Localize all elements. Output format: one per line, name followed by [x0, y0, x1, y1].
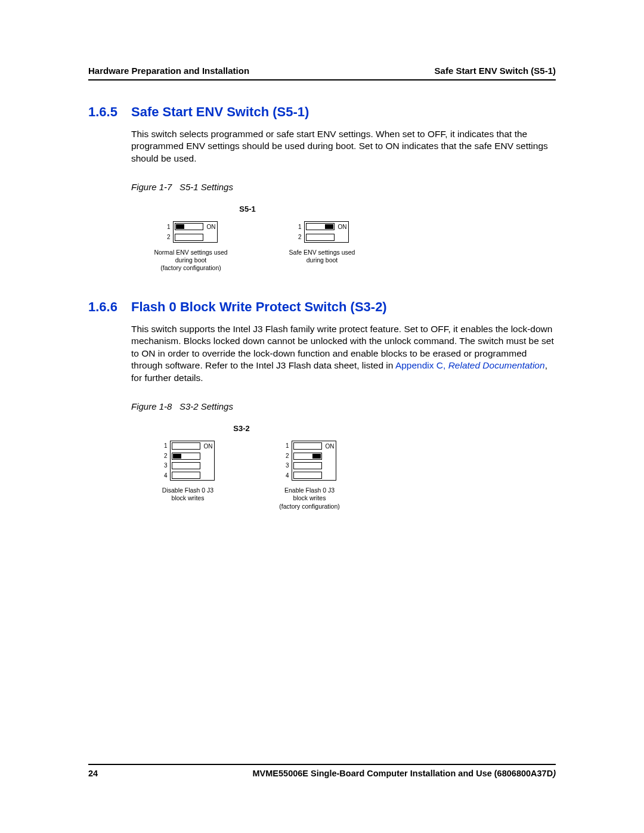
- dip-slot: [172, 453, 200, 460]
- pin-label: 4: [162, 472, 168, 479]
- on-label: ON: [204, 442, 213, 450]
- figure-number: Figure 1-8: [131, 401, 172, 411]
- section-number: 1.6.5: [88, 104, 131, 120]
- switch-diagram-row: 1 2 ON: [143, 221, 556, 272]
- dip-slot: [293, 453, 322, 460]
- dip-switch-box: ON: [304, 221, 349, 242]
- body-text: This switch selects programmed or safe s…: [131, 129, 548, 163]
- document-page: Hardware Preparation and Installation Sa…: [0, 0, 644, 833]
- dip-switch-box: ON: [292, 441, 336, 481]
- section-heading: 1.6.5 Safe Start ENV Switch (S5-1): [88, 104, 556, 120]
- section-body: This switch selects programmed or safe s…: [131, 128, 556, 272]
- figure-1-8: S3-2 1 2 3 4 ON: [143, 423, 556, 510]
- switch-caption: Safe ENV settings used during boot: [289, 249, 355, 264]
- switch-s5-1-normal: 1 2 ON: [143, 221, 239, 272]
- figure-title: S3-2 Settings: [179, 401, 233, 411]
- dip-knob: [325, 224, 333, 229]
- dip-knob: [173, 454, 181, 459]
- header-right: Safe Start ENV Switch (S5-1): [435, 66, 556, 76]
- figure-caption: Figure 1-7 S5-1 Settings: [131, 181, 556, 193]
- section-number: 1.6.6: [88, 299, 131, 315]
- figure-number: Figure 1-7: [131, 182, 172, 192]
- pin-label: 4: [283, 472, 289, 479]
- switch-header-label: S3-2: [143, 423, 340, 433]
- switch-header-label: S5-1: [143, 204, 352, 214]
- section-body: This switch supports the Intel J3 Flash …: [131, 323, 556, 510]
- dip-switch-box: ON: [170, 441, 215, 481]
- pin-label: 3: [283, 462, 289, 469]
- pin-label: 3: [162, 462, 168, 469]
- switch-s3-2-enable: 1 2 3 4 ON: [265, 441, 354, 510]
- dip-slot: [172, 462, 200, 469]
- pin-label: 1: [162, 442, 168, 450]
- figure-1-7: S5-1 1 2 ON: [143, 204, 556, 272]
- section-1-6-6: 1.6.6 Flash 0 Block Write Protect Switch…: [88, 299, 556, 510]
- section-title: Flash 0 Block Write Protect Switch (S3-2…: [131, 299, 387, 315]
- dip-knob: [176, 224, 184, 229]
- dip-slot: [175, 223, 203, 230]
- dip-slot: [172, 442, 200, 450]
- pin-label: 1: [165, 223, 171, 231]
- dip-switch-box: ON: [173, 221, 218, 242]
- dip-slot: [293, 472, 322, 479]
- on-label: ON: [338, 223, 347, 231]
- switch-caption: Disable Flash 0 J3 block writes: [162, 487, 213, 502]
- running-footer: 24 MVME55006E Single-Board Computer Inst…: [88, 764, 556, 778]
- appendix-link[interactable]: Appendix C, Related Documentation: [395, 360, 545, 370]
- section-heading: 1.6.6 Flash 0 Block Write Protect Switch…: [88, 299, 556, 315]
- pin-label: 2: [296, 233, 302, 241]
- dip-slot: [293, 442, 322, 450]
- section-1-6-5: 1.6.5 Safe Start ENV Switch (S5-1) This …: [88, 104, 556, 272]
- switch-diagram-row: 1 2 3 4 ON: [143, 441, 556, 510]
- dip-slot: [175, 234, 203, 241]
- dip-knob: [312, 454, 321, 459]
- footer-title: MVME55006E Single-Board Computer Install…: [253, 769, 556, 778]
- page-number: 24: [88, 769, 98, 778]
- switch-s3-2-disable: 1 2 3 4 ON: [143, 441, 233, 510]
- pin-label: 2: [162, 452, 168, 460]
- section-title: Safe Start ENV Switch (S5-1): [131, 104, 309, 120]
- on-label: ON: [207, 223, 216, 231]
- figure-caption: Figure 1-8 S3-2 Settings: [131, 401, 556, 413]
- switch-caption: Enable Flash 0 J3 block writes (factory …: [279, 487, 340, 510]
- figure-title: S5-1 Settings: [179, 182, 233, 192]
- switch-caption: Normal ENV settings used during boot (fa…: [154, 249, 227, 272]
- switch-s5-1-safe: 1 2 ON: [274, 221, 370, 272]
- pin-label: 2: [165, 233, 171, 241]
- running-header: Hardware Preparation and Installation Sa…: [88, 66, 556, 80]
- dip-slot: [172, 472, 200, 479]
- pin-label: 1: [283, 442, 289, 450]
- dip-slot: [293, 462, 322, 469]
- dip-slot: [306, 223, 335, 230]
- on-label: ON: [326, 442, 335, 450]
- dip-slot: [306, 234, 335, 241]
- pin-label: 1: [296, 223, 302, 231]
- header-left: Hardware Preparation and Installation: [88, 66, 249, 76]
- pin-label: 2: [283, 452, 289, 460]
